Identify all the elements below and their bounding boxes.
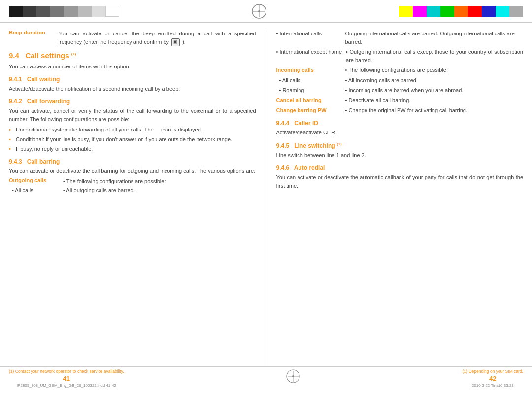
footer-file: IP2809_808_UM_GEM_Eng_GB_26_100322.indd …: [17, 383, 116, 388]
international-calls-row: • International calls Outgoing internati…: [276, 30, 524, 46]
color-block-5: [64, 6, 78, 17]
color-block-c: [427, 6, 440, 17]
color-blocks-left: [9, 6, 119, 17]
color-blocks-right: [399, 6, 523, 17]
section-941-body: Activate/deactivate the notification of …: [9, 85, 256, 93]
outgoing-calls-label: Outgoing calls: [9, 177, 63, 186]
international-calls-desc: Outgoing international calls are barred.: [345, 31, 439, 36]
section-943-heading: 9.4.3 Call barring: [9, 158, 256, 165]
color-block-y: [399, 6, 413, 17]
color-block-6: [78, 6, 92, 17]
color-block-8: [105, 6, 119, 17]
keyboard-icon: ▣: [171, 38, 180, 46]
all-calls-incoming-label: • All calls: [276, 77, 301, 83]
color-block-g: [440, 6, 454, 17]
footer-left-page-num: 41: [63, 375, 70, 382]
beep-duration-label: Beep duration: [9, 30, 58, 46]
footer-center: [286, 369, 300, 384]
color-block-cb: [496, 6, 509, 17]
color-block-4: [50, 6, 64, 17]
color-block-o: [454, 6, 468, 17]
color-block-gr: [509, 6, 523, 17]
outgoing-calls-row: Outgoing calls • The following configura…: [9, 177, 256, 186]
international-except-home-row: • International except home • Outgoing i…: [276, 48, 524, 64]
svg-point-7: [292, 375, 294, 377]
section-942-body: You can activate, cancel or verify the s…: [9, 107, 256, 124]
page-right: • International calls Outgoing internati…: [266, 30, 524, 366]
cancel-all-barring-desc: • Deactivate all call barring.: [345, 98, 411, 103]
incoming-calls-section: Incoming calls • The following configura…: [276, 66, 524, 74]
section-944-heading: 9.4.4 Caller ID: [276, 120, 524, 127]
top-bar: [0, 0, 532, 23]
beep-duration-row: Beep duration You can activate or cancel…: [9, 30, 256, 46]
section-94-intro: You can access a number of items with th…: [9, 63, 256, 71]
page-left: Beep duration You can activate or cancel…: [9, 30, 266, 366]
roaming-label: • Roaming: [276, 87, 304, 93]
color-block-r: [468, 6, 482, 17]
all-calls-outgoing-desc: • All outgoing calls are barred.: [63, 187, 135, 193]
main-content: Beep duration You can activate or cancel…: [0, 23, 532, 366]
bullet-unconditional: • Unconditional: systematic forwarding o…: [9, 126, 256, 134]
section-944-body: Activate/deactivate CLIR.: [276, 129, 524, 137]
all-calls-incoming-row: • All calls • All incoming calls are bar…: [276, 76, 524, 85]
color-block-1: [9, 6, 23, 17]
change-barring-pw-row: Change barring PW • Change the original …: [276, 106, 524, 115]
footer-date: 2010-3-22 Tina16:33:23: [472, 383, 514, 388]
international-except-desc: • Outgoing international calls except th…: [346, 48, 523, 64]
footer-right-page-num: 42: [489, 375, 496, 382]
section-941-heading: 9.4.1 Call waiting: [9, 76, 256, 83]
section-946-heading: 9.4.6 Auto redial: [276, 164, 524, 171]
all-calls-incoming-desc: • All incoming calls are barred.: [345, 77, 418, 83]
section-945-heading: 9.4.5 Line switching (1): [276, 142, 524, 149]
incoming-calls-desc: • The following configurations are possi…: [345, 67, 448, 73]
color-block-3: [36, 6, 50, 17]
incoming-calls-label: Incoming calls: [276, 66, 341, 74]
footer-left: (1) Contact your network operator to che…: [9, 369, 124, 388]
all-calls-outgoing-row: • All calls • All outgoing calls are bar…: [9, 187, 256, 193]
footer-compass-icon: [286, 369, 300, 384]
outgoing-calls-desc: • The following configurations are possi…: [63, 177, 166, 186]
section-945-superscript: (1): [337, 142, 342, 146]
bullet-if-busy: • If busy, no reply or unreachable.: [9, 145, 256, 153]
color-block-b: [482, 6, 496, 17]
section-942-heading: 9.4.2 Call forwarding: [9, 98, 256, 105]
international-except-label: International except home: [279, 49, 342, 55]
cancel-all-barring-label: Cancel all barring: [276, 97, 341, 105]
section-943-body: You can activate or deactivate the call …: [9, 167, 256, 175]
footer-left-note: (1) Contact your network operator to che…: [9, 369, 124, 374]
beep-duration-desc: You can activate or cancel the beep emit…: [58, 30, 256, 46]
color-block-m: [413, 6, 427, 17]
color-block-2: [23, 6, 36, 17]
roaming-row: • Roaming • Incoming calls are barred wh…: [276, 86, 524, 95]
all-calls-outgoing-label: • All calls: [9, 187, 63, 193]
section-945-body: Line switch between line 1 and line 2.: [276, 151, 524, 160]
compass-icon: [251, 3, 267, 19]
section-94-superscript: (1): [71, 52, 76, 56]
bullet-conditional: • Conditional: if your line is busy, if …: [9, 135, 256, 144]
cancel-all-barring-row: Cancel all barring • Deactivate all call…: [276, 97, 524, 105]
footer: (1) Contact your network operator to che…: [0, 366, 532, 393]
change-barring-pw-desc: • Change the original PW for activating …: [345, 107, 467, 113]
footer-right-note: (1) Depending on your SIM card.: [463, 369, 523, 374]
international-calls-label: International calls: [279, 31, 322, 36]
svg-point-3: [258, 10, 260, 12]
color-block-7: [92, 6, 105, 17]
section-946-body: You can activate or deactivate the autom…: [276, 173, 524, 190]
footer-right: (1) Depending on your SIM card. 42 2010-…: [463, 369, 523, 388]
roaming-desc: • Incoming calls are barred when you are…: [345, 87, 464, 93]
change-barring-pw-label: Change barring PW: [276, 106, 341, 115]
section-94-heading: 9.4 Call settings (1): [9, 51, 256, 60]
